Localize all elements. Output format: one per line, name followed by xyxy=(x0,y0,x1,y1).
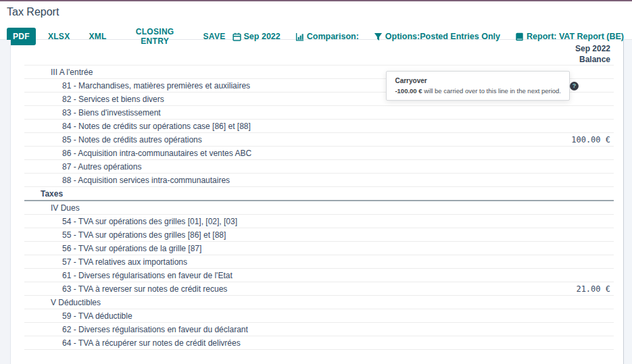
row-label: 62 - Diverses régularisations en faveur … xyxy=(24,325,248,334)
row-label: 87 - Autres opérations xyxy=(24,162,141,172)
row-label: 55 - TVA sur opérations des grilles [86]… xyxy=(24,230,226,240)
book-icon xyxy=(515,32,524,41)
table-row[interactable]: 62 - Diverses régularisations en faveur … xyxy=(24,323,614,336)
table-row[interactable]: 83 - Biens d'investissement xyxy=(24,106,614,120)
row-label: 61 - Diverses régularisations en faveur … xyxy=(24,271,233,280)
comparison-filter[interactable]: Comparison: xyxy=(295,32,359,41)
filter-icon xyxy=(374,32,383,41)
options-filter[interactable]: Options:Posted Entries Only xyxy=(374,32,500,41)
row-label: 81 - Marchandises, matières premières et… xyxy=(24,81,250,90)
carryover-tooltip: Carryover -100.00 € will be carried over… xyxy=(386,71,570,101)
row-balance-value: 21.00 € xyxy=(576,284,614,294)
table-row[interactable]: 86 - Acquisition intra-communautaires et… xyxy=(24,147,614,160)
row-label: 82 - Services et biens divers xyxy=(24,95,164,104)
row-label: 59 - TVA déductible xyxy=(24,311,132,321)
row-label: V Déductibles xyxy=(24,298,101,307)
table-row[interactable]: 64 - TVA à récupérer sur notes de crédit… xyxy=(24,336,614,350)
row-label: IV Dues xyxy=(24,203,80,213)
row-label: III A l'entrée xyxy=(24,68,93,77)
table-row[interactable]: 61 - Diverses régularisations en faveur … xyxy=(24,269,614,282)
export-buttons: PDF XLSX XML CLOSING ENTRY SAVE xyxy=(7,23,233,50)
row-label: 86 - Acquisition intra-communautaires et… xyxy=(24,149,251,158)
report-filter-label: Report: VAT Report (BE) xyxy=(527,32,624,41)
row-label: 54 - TVA sur opérations des grilles [01]… xyxy=(24,217,237,226)
closing-entry-button[interactable]: CLOSING ENTRY xyxy=(119,23,191,50)
bar-chart-icon xyxy=(295,32,304,41)
row-label: 83 - Biens d'investissement xyxy=(24,108,161,118)
report-table-body: III A l'entrée81 - Marchandises, matière… xyxy=(24,65,614,350)
table-row[interactable]: 85 - Notes de crédits autres opérations1… xyxy=(24,133,614,147)
vertical-scrollbar[interactable] xyxy=(623,40,632,364)
tooltip-title: Carryover xyxy=(395,77,561,84)
row-label: 56 - TVA sur opérations de la grille [87… xyxy=(24,244,201,253)
period-filter-label: Sep 2022 xyxy=(244,32,281,41)
filter-bar: Sep 2022 Comparison: xyxy=(233,32,624,41)
table-row[interactable]: 54 - TVA sur opérations des grilles [01]… xyxy=(24,215,614,228)
row-label: 57 - TVA relatives aux importations xyxy=(24,257,187,267)
report-header: Tax Report PDF XLSX XML CLOSING ENTRY SA… xyxy=(0,1,632,40)
table-row[interactable]: 56 - TVA sur opérations de la grille [87… xyxy=(24,242,614,255)
column-header-balance: Balance xyxy=(575,54,610,65)
row-label: 85 - Notes de crédits autres opérations xyxy=(24,135,202,145)
table-row[interactable]: Taxes xyxy=(24,187,614,201)
report-toolbar: PDF XLSX XML CLOSING ENTRY SAVE Sep 2022 xyxy=(7,23,625,50)
comparison-filter-label: Comparison: xyxy=(307,32,359,41)
save-button[interactable]: SAVE xyxy=(197,28,233,45)
xml-button[interactable]: XML xyxy=(82,28,113,45)
row-balance-value: 100.00 € xyxy=(571,135,614,145)
column-headers: Sep 2022 Balance xyxy=(575,43,610,65)
left-gutter xyxy=(0,40,11,364)
row-label: 88 - Acquisition services intra-communau… xyxy=(24,176,230,185)
tooltip-message: will be carried over to this line in the… xyxy=(422,87,561,95)
tooltip-text: -100.00 € will be carried over to this l… xyxy=(395,87,561,95)
row-label: 64 - TVA à récupérer sur notes de crédit… xyxy=(24,338,241,348)
page-title: Tax Report xyxy=(7,6,625,18)
tooltip-amount: -100.00 € xyxy=(395,87,422,95)
table-row[interactable]: IV Dues xyxy=(24,201,614,215)
table-row[interactable]: 57 - TVA relatives aux importations xyxy=(24,255,614,269)
table-row[interactable]: 88 - Acquisition services intra-communau… xyxy=(24,174,614,187)
table-row[interactable]: 55 - TVA sur opérations des grilles [86]… xyxy=(24,228,614,242)
question-circle-icon[interactable]: ? xyxy=(570,82,579,90)
row-label: Taxes xyxy=(24,189,63,199)
row-label: 63 - TVA à reverser sur notes de crédit … xyxy=(24,284,227,294)
xlsx-button[interactable]: XLSX xyxy=(41,28,77,45)
pdf-button[interactable]: PDF xyxy=(7,28,36,45)
table-row[interactable]: 87 - Autres opérations xyxy=(24,160,614,174)
table-row[interactable]: V Déductibles xyxy=(24,296,614,309)
options-filter-label: Options:Posted Entries Only xyxy=(385,32,500,41)
calendar-icon xyxy=(233,32,241,41)
table-row[interactable]: 59 - TVA déductible xyxy=(24,309,614,323)
column-header-period: Sep 2022 xyxy=(575,43,610,54)
table-row[interactable]: 84 - Notes de crédits sur opérations cas… xyxy=(24,120,614,133)
period-filter[interactable]: Sep 2022 xyxy=(233,32,281,41)
table-row[interactable]: 63 - TVA à reverser sur notes de crédit … xyxy=(24,282,614,296)
report-filter[interactable]: Report: VAT Report (BE) xyxy=(515,32,624,41)
row-label: 84 - Notes de crédits sur opérations cas… xyxy=(24,122,251,131)
